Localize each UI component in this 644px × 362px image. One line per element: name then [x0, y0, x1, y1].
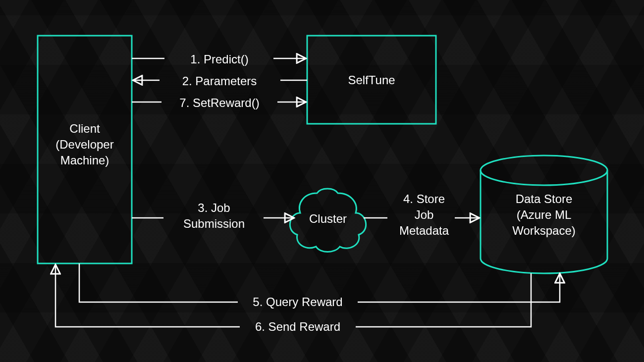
edge-query-label: 5. Query Reward	[253, 295, 342, 309]
architecture-diagram: Client (Developer Machine) SelfTune Clus…	[0, 0, 644, 362]
client-label-2: (Developer	[55, 138, 113, 151]
cluster-label: Cluster	[309, 212, 347, 225]
edge-send-left	[55, 265, 240, 327]
svg-point-0	[481, 155, 607, 185]
edge-setreward-label: 7. SetReward()	[179, 96, 259, 109]
datastore-label-3: Workspace)	[512, 224, 576, 237]
client-label-1: Client	[69, 122, 100, 135]
selftune-label: SelfTune	[348, 73, 395, 87]
datastore-label-1: Data Store	[516, 192, 573, 206]
edge-predict-label: 1. Predict()	[190, 52, 248, 66]
edge-job-label1: 3. Job	[198, 201, 230, 214]
edge-parameters-label: 2. Parameters	[182, 74, 257, 88]
edge-store-label1: 4. Store	[403, 192, 445, 206]
client-label-3: Machine)	[60, 154, 109, 167]
edge-query-right	[358, 274, 560, 302]
edge-query-left	[79, 263, 238, 302]
edge-store-label3: Metadata	[399, 224, 449, 237]
edge-send-right	[356, 273, 531, 327]
datastore-label-2: (Azure ML	[517, 208, 572, 221]
edge-job-label2: Submission	[183, 217, 245, 230]
edge-store-label2: Job	[415, 208, 434, 221]
edge-send-label: 6. Send Reward	[255, 320, 340, 333]
